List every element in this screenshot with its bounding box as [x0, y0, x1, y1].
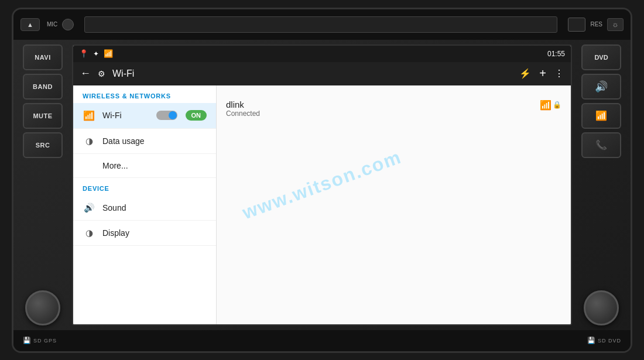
- status-bar: 📍 ✦ 📶 01:55: [73, 46, 571, 62]
- more-label: More...: [102, 161, 207, 170]
- phone-button[interactable]: 📞: [581, 132, 621, 158]
- action-bar: ← ⚙ Wi-Fi ⚡ + ⋮: [73, 62, 571, 85]
- settings-gear-icon: ⚙: [98, 69, 105, 78]
- wifi-signal-icon: 📶: [540, 100, 551, 111]
- navi-button[interactable]: NAVI: [23, 44, 63, 70]
- add-icon[interactable]: +: [539, 67, 546, 80]
- phone-icon: 📞: [595, 139, 607, 150]
- network-name: dlink: [226, 100, 260, 109]
- mute-button[interactable]: MUTE: [23, 103, 63, 129]
- wifi-right-icon: 📶: [595, 110, 607, 121]
- wifi-toggle-track: [156, 111, 177, 120]
- volume-up-button[interactable]: 🔊: [581, 74, 621, 100]
- sd-dvd-area: 💾 SD DVD: [587, 337, 621, 344]
- eject-icon: ▲: [27, 21, 33, 28]
- dvd-button[interactable]: DVD: [581, 44, 621, 70]
- toggle-thumb: [169, 111, 177, 119]
- sound-label: Sound: [102, 203, 207, 212]
- src-button[interactable]: SRC: [23, 132, 63, 158]
- network-item-dlink[interactable]: dlink Connected 📶 🔒: [226, 95, 561, 122]
- time-display: 01:55: [547, 50, 565, 58]
- settings-content: WIRELESS & NETWORKS 📶 Wi-Fi ON: [73, 85, 571, 324]
- settings-item-more[interactable]: More...: [73, 154, 216, 178]
- head-unit: ▲ MIC RES ☼ NAVI BAND MUTE SRC 📍: [12, 8, 632, 353]
- lock-icon: 🔒: [553, 101, 561, 109]
- sound-icon: 🔊: [83, 203, 95, 213]
- top-display: [84, 16, 557, 33]
- settings-item-display[interactable]: ◑ Display: [73, 221, 216, 246]
- left-panel: NAVI BAND MUTE SRC: [19, 44, 66, 325]
- settings-item-wifi[interactable]: 📶 Wi-Fi ON: [73, 103, 216, 129]
- wifi-label: Wi-Fi: [102, 111, 156, 120]
- section-wireless-header: WIRELESS & NETWORKS: [73, 85, 216, 103]
- band-button[interactable]: BAND: [23, 74, 63, 100]
- wifi-status-icon: 📶: [104, 49, 113, 58]
- mic-label: MIC: [47, 21, 57, 28]
- sd-card-left-icon: 💾: [23, 337, 31, 344]
- bluetooth-icon: ✦: [93, 50, 99, 58]
- right-panel: DVD 🔊 📶 📞: [578, 44, 625, 325]
- sd-dvd-label: SD DVD: [598, 338, 621, 344]
- action-bar-icons: ⚡ + ⋮: [519, 67, 564, 80]
- data-usage-icon: ◑: [83, 136, 95, 146]
- network-list: dlink Connected 📶 🔒: [217, 85, 571, 324]
- sd-gps-label: SD GPS: [33, 338, 57, 344]
- settings-list: WIRELESS & NETWORKS 📶 Wi-Fi ON: [73, 85, 217, 324]
- mic-button[interactable]: [62, 19, 74, 30]
- sd-gps-area: 💾 SD GPS: [23, 337, 57, 344]
- network-status: Connected: [226, 109, 260, 118]
- wifi-icon: 📶: [83, 110, 95, 121]
- more-icon[interactable]: ⋮: [554, 68, 564, 79]
- brightness-button[interactable]: ☼: [607, 18, 624, 31]
- back-button[interactable]: ←: [80, 67, 91, 80]
- location-icon: 📍: [79, 49, 88, 58]
- settings-item-sound[interactable]: 🔊 Sound: [73, 196, 216, 221]
- top-bar: ▲ MIC RES ☼: [13, 9, 631, 40]
- left-knob[interactable]: [25, 290, 60, 325]
- bottom-bar: 💾 SD GPS 💾 SD DVD: [13, 330, 631, 351]
- screen: 📍 ✦ 📶 01:55 ← ⚙ Wi-Fi ⚡ +: [72, 44, 572, 325]
- network-security: 📶 🔒: [540, 100, 561, 111]
- section-device-header: DEVICE: [73, 178, 216, 196]
- wifi-right-button[interactable]: 📶: [581, 103, 621, 129]
- status-left: 📍 ✦ 📶: [79, 49, 113, 58]
- main-row: NAVI BAND MUTE SRC 📍 ✦ 📶 01:55: [13, 40, 631, 330]
- res-label: RES: [590, 21, 602, 28]
- settings-item-data-usage[interactable]: ◑ Data usage: [73, 129, 216, 154]
- camera-icon: [568, 18, 585, 32]
- sd-card-right-icon: 💾: [587, 337, 595, 344]
- display-icon: ◑: [83, 228, 95, 238]
- volume-icon: 🔊: [595, 80, 608, 93]
- display-label: Display: [102, 228, 207, 238]
- flash-icon[interactable]: ⚡: [519, 68, 531, 79]
- data-usage-label: Data usage: [102, 136, 207, 146]
- action-bar-title: Wi-Fi: [112, 68, 512, 79]
- android-screen: 📍 ✦ 📶 01:55 ← ⚙ Wi-Fi ⚡ +: [73, 46, 571, 324]
- wifi-toggle-label[interactable]: ON: [186, 110, 207, 121]
- eject-button[interactable]: ▲: [20, 18, 40, 31]
- top-right-buttons: RES ☼: [568, 18, 624, 32]
- status-right: 01:55: [547, 50, 565, 58]
- wifi-toggle-area: ON: [156, 110, 207, 121]
- network-info: dlink Connected: [226, 100, 260, 118]
- right-knob[interactable]: [584, 290, 619, 325]
